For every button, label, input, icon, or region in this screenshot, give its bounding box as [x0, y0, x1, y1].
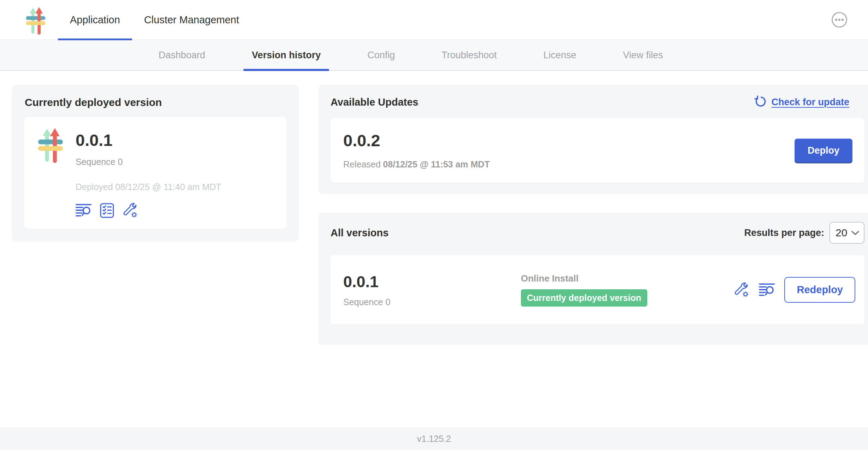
check-for-update-link[interactable]: Check for update — [753, 95, 849, 109]
available-updates-panel: Available Updates Check for update 0.0.2… — [319, 85, 868, 194]
overflow-menu-button[interactable] — [831, 12, 848, 28]
currently-deployed-panel: Currently deployed version — [12, 85, 299, 242]
currently-deployed-title: Currently deployed version — [25, 96, 287, 108]
right-column: Available Updates Check for update 0.0.2… — [319, 85, 868, 345]
ellipsis-icon — [831, 12, 848, 28]
edit-config-icon[interactable] — [122, 203, 138, 218]
refresh-icon — [753, 95, 767, 109]
redeploy-button[interactable]: Redeploy — [784, 277, 855, 303]
version-row-actions: Redeploy — [733, 277, 855, 303]
results-per-page-select[interactable]: 20 — [830, 222, 864, 244]
tab-view-files[interactable]: View files — [614, 40, 672, 71]
released-timestamp: Released 08/12/25 @ 11:53 am MDT — [343, 159, 787, 170]
preflight-checks-icon[interactable] — [99, 203, 115, 218]
app-icon — [34, 125, 67, 163]
deploy-button[interactable]: Deploy — [795, 139, 852, 162]
currently-deployed-badge: Currently deployed version — [521, 289, 647, 307]
deployed-version-details: 0.0.1 Sequence 0 Deployed 08/12/25 @ 11:… — [76, 125, 221, 218]
footer: v1.125.2 — [0, 427, 868, 450]
results-per-page-value: 20 — [836, 227, 847, 239]
version-row: 0.0.1 Sequence 0 Online Install Currentl… — [331, 255, 864, 325]
deployed-version-actions — [76, 203, 221, 218]
row-sequence-label: Sequence 0 — [343, 297, 521, 307]
available-updates-title: Available Updates — [331, 96, 418, 108]
tab-application[interactable]: Application — [58, 0, 132, 40]
tab-config[interactable]: Config — [359, 40, 403, 71]
results-per-page-label: Results per page: — [744, 227, 824, 238]
all-versions-title: All versions — [331, 227, 388, 239]
tab-cluster-management[interactable]: Cluster Management — [132, 0, 251, 40]
deploy-logs-icon[interactable] — [76, 203, 92, 218]
deployed-version-card: 0.0.1 Sequence 0 Deployed 08/12/25 @ 11:… — [24, 117, 287, 229]
version-row-status: Online Install Currently deployed versio… — [521, 273, 647, 307]
results-per-page: Results per page: 20 — [744, 222, 864, 244]
main-content: Currently deployed version — [0, 71, 868, 427]
app-subnav: Dashboard Version history Config Trouble… — [0, 40, 868, 71]
app-logo-icon — [25, 5, 46, 35]
app-logo[interactable] — [25, 5, 46, 35]
version-row-info: 0.0.1 Sequence 0 — [343, 273, 521, 307]
edit-config-icon[interactable] — [733, 282, 750, 298]
tab-troubleshoot[interactable]: Troubleshoot — [433, 40, 505, 71]
row-version-number: 0.0.1 — [343, 273, 521, 291]
check-for-update-label: Check for update — [771, 97, 849, 108]
deploy-logs-icon[interactable] — [759, 282, 775, 298]
tab-license[interactable]: License — [535, 40, 585, 71]
top-navbar: Application Cluster Management — [0, 0, 868, 40]
update-version-number: 0.0.2 — [343, 131, 787, 150]
tab-version-history[interactable]: Version history — [243, 40, 329, 71]
all-versions-panel: All versions Results per page: 20 0.0 — [319, 213, 868, 345]
chevron-down-icon — [851, 231, 859, 235]
deployed-version-number: 0.0.1 — [76, 130, 221, 150]
tab-dashboard[interactable]: Dashboard — [150, 40, 214, 71]
available-update-card: 0.0.2 Released 08/12/25 @ 11:53 am MDT D… — [331, 118, 864, 183]
install-type-label: Online Install — [521, 273, 578, 284]
deployed-sequence-label: Sequence 0 — [76, 157, 221, 167]
admin-console: Application Cluster Management Dashboard… — [0, 0, 868, 450]
deployed-timestamp: Deployed 08/12/25 @ 11:40 am MDT — [76, 182, 221, 192]
console-version-label: v1.125.2 — [417, 434, 451, 444]
